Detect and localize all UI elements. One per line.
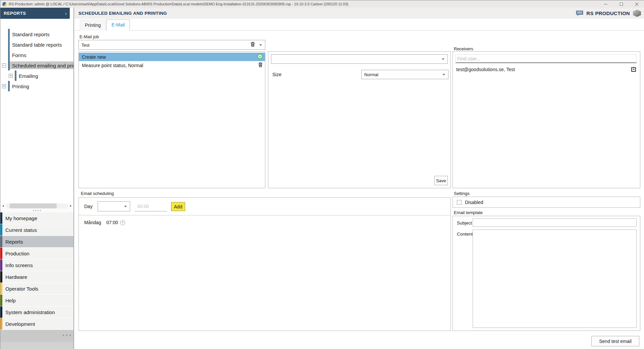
remove-schedule-icon[interactable]: ✕ <box>120 220 125 225</box>
scrollbar-thumb[interactable] <box>10 203 57 208</box>
app-icon <box>2 2 7 6</box>
sidebar-splitter-handle[interactable] <box>0 208 73 212</box>
nav-item-operator-tools[interactable]: Operator Tools <box>0 283 73 294</box>
email-template-panel: Subject Content <box>452 216 640 331</box>
nav-color-bar <box>0 224 2 236</box>
sidebar: REPORTS ‹ Standard reports Standard tabl… <box>0 8 74 349</box>
tree-item-emailing[interactable]: + Emailing <box>0 70 73 81</box>
chevron-down-icon <box>259 44 262 46</box>
nav-footer-panel <box>0 330 73 342</box>
subject-input[interactable] <box>473 218 637 227</box>
maximize-icon <box>620 3 623 6</box>
report-type-combobox[interactable] <box>271 54 448 64</box>
day-combobox[interactable] <box>98 201 130 211</box>
tree-item-printing[interactable]: + Printing <box>0 81 73 91</box>
schedule-entry: Måndag 07:00 ✕ <box>84 219 125 226</box>
receiver-item: test@goodsolutions.se, Test ✕ <box>455 65 637 74</box>
tree-item-standard-reports[interactable]: Standard reports <box>0 29 73 39</box>
nav-color-bar <box>0 318 2 330</box>
title-bar: RS Production: admin @ LOCAL / C:\Users\… <box>0 0 644 8</box>
nav-item-current-status[interactable]: Current status <box>0 224 73 236</box>
time-input[interactable] <box>135 202 167 211</box>
email-template-label: Email template <box>454 210 483 215</box>
size-label: Size <box>272 72 281 77</box>
nav-item-hardware[interactable]: Hardware <box>0 271 73 283</box>
tree-item-bar <box>15 70 16 81</box>
page-title: SCHEDULED EMAILING AND PRINTING <box>74 11 576 16</box>
email-scheduling-label: Email scheduling <box>81 191 114 196</box>
delete-item-trash-icon[interactable] <box>258 62 263 68</box>
save-button[interactable]: Save <box>434 176 448 185</box>
tree-horizontal-scrollbar[interactable]: ◄ ► <box>0 203 73 208</box>
brand-name: RS PRODUCTION <box>586 10 630 16</box>
nav-more-handle[interactable] <box>63 335 71 336</box>
subject-label: Subject <box>457 220 472 226</box>
feedback-chat-icon[interactable] <box>576 10 583 16</box>
tree-item-scheduled-emailing-and-printing[interactable]: − Scheduled emailing and printing <box>0 60 73 70</box>
sidebar-title: REPORTS <box>0 11 65 16</box>
nav-item-development[interactable]: Development <box>0 318 73 330</box>
nav-color-bar <box>0 295 2 306</box>
maximize-button[interactable] <box>613 0 629 8</box>
email-job-list: Create new Measure point status, Normal <box>78 51 265 188</box>
collapse-sidebar-icon[interactable]: ‹ <box>65 11 70 16</box>
receivers-panel: test@goodsolutions.se, Test ✕ <box>452 51 640 188</box>
delete-job-trash-icon[interactable] <box>251 42 255 48</box>
minimize-button[interactable] <box>598 0 613 8</box>
expand-node-icon[interactable]: + <box>9 74 13 78</box>
list-item-measure-point-status[interactable]: Measure point status, Normal <box>79 61 265 69</box>
chevron-down-icon <box>442 58 444 60</box>
disabled-checkbox[interactable] <box>457 200 462 205</box>
nav-item-production[interactable]: Production <box>0 248 73 259</box>
nav-color-bar <box>0 212 2 224</box>
nav-item-info-screens[interactable]: Info screens <box>0 259 73 271</box>
tab-printing[interactable]: Printing <box>80 20 106 31</box>
chevron-down-icon <box>124 206 127 207</box>
email-job-combobox[interactable]: Test <box>78 40 265 50</box>
nav-item-help[interactable]: Help <box>0 295 73 306</box>
add-schedule-button[interactable]: Add <box>171 202 185 211</box>
tree-item-standard-table-reports[interactable]: Standard table reports <box>0 39 73 50</box>
find-user-input[interactable] <box>455 54 637 63</box>
tab-strip: Printing E-Mail <box>74 19 644 31</box>
scroll-right-icon[interactable]: ► <box>68 203 73 208</box>
chevron-down-icon <box>442 74 445 76</box>
tree-item-forms[interactable]: Forms <box>0 50 73 60</box>
settings-panel: Disabled <box>452 197 640 208</box>
tree-item-bar <box>8 39 10 50</box>
nav-color-bar <box>0 306 2 318</box>
reports-tree: Standard reports Standard table reports … <box>0 19 73 203</box>
nav-item-my-homepage[interactable]: My homepage <box>0 212 73 224</box>
language-flag-icon <box>1 343 6 348</box>
scroll-left-icon[interactable]: ◄ <box>0 203 6 208</box>
sidebar-bottom-strip <box>0 342 73 349</box>
day-label: Day <box>84 204 93 209</box>
expand-node-icon[interactable]: + <box>2 84 6 88</box>
close-icon <box>635 2 639 6</box>
collapse-node-icon[interactable]: − <box>2 63 6 67</box>
size-combobox[interactable]: Normal <box>361 70 448 79</box>
send-test-email-button[interactable]: Send test email <box>591 336 639 346</box>
tree-item-bar <box>8 50 10 60</box>
nav-color-bar <box>0 271 2 283</box>
add-job-plus-icon[interactable] <box>257 54 263 60</box>
nav-color-bar <box>0 236 2 247</box>
brand-logo-hexagon-icon <box>633 10 641 17</box>
module-nav: My homepage Current status Reports Produ… <box>0 212 73 330</box>
email-job-label: E-Mail job <box>79 34 99 39</box>
receivers-label: Receivers <box>454 46 473 51</box>
nav-color-bar <box>0 248 2 259</box>
list-item-create-new[interactable]: Create new <box>79 53 265 61</box>
sidebar-header: REPORTS ‹ <box>0 8 70 19</box>
tab-email[interactable]: E-Mail <box>106 19 130 31</box>
close-button[interactable] <box>629 0 644 8</box>
content-textarea[interactable] <box>473 230 637 328</box>
nav-item-system-administration[interactable]: System administration <box>0 306 73 318</box>
remove-receiver-icon[interactable]: ✕ <box>631 67 636 72</box>
job-editor-panel: Size Normal Save <box>268 51 451 188</box>
minimize-icon <box>604 4 607 4</box>
nav-item-reports[interactable]: Reports <box>0 236 73 247</box>
settings-label: Settings <box>454 191 470 196</box>
tree-item-bar <box>8 60 10 70</box>
nav-color-bar <box>0 283 2 294</box>
